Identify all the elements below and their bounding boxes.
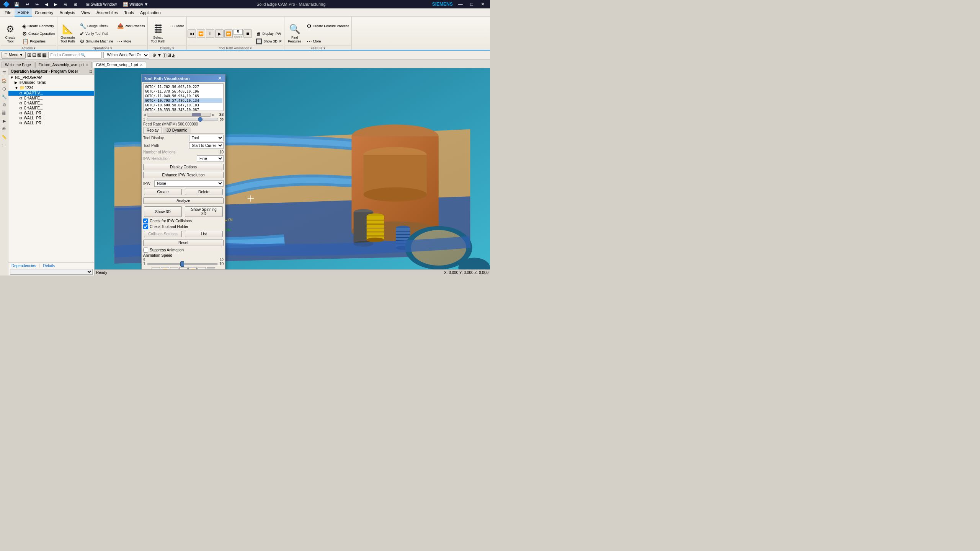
tb-icon-2[interactable]: ⊟ (32, 52, 36, 58)
view-icon-2[interactable]: ⊞ (167, 52, 171, 58)
slider-scroll-left[interactable]: ◀ (143, 113, 146, 117)
tab-fixture[interactable]: Fixture_Assembly_asm.prt ✕ (35, 62, 92, 68)
sidebar-tool-icon[interactable]: 🔧 (0, 93, 8, 101)
nav-panel-expand[interactable]: □ (90, 69, 92, 73)
details-select[interactable]: Details (10, 269, 93, 275)
play-last-btn[interactable]: ⏭ (198, 267, 206, 269)
window-btn[interactable]: 🪟 Window ▼ (121, 1, 150, 8)
display-ipw-btn[interactable]: 🖥 Display IPW (254, 30, 283, 37)
verify-toolpath-btn[interactable]: ✔ Verify Tool Path (78, 30, 115, 37)
sidebar-sim-icon[interactable]: ▶ (0, 117, 8, 125)
find-command-input[interactable] (48, 52, 102, 59)
play-next-btn[interactable]: ⏩ (188, 267, 197, 269)
tab-replay[interactable]: Replay (143, 127, 162, 133)
tb-icon-3[interactable]: ⊠ (37, 52, 41, 58)
dialog-title-bar[interactable]: Tool Path Visualization ✕ (142, 75, 225, 82)
ipw-resolution-select[interactable]: Fine Medium Coarse (197, 155, 224, 162)
tree-unused-items[interactable]: ▶ ⚙ Unused Items (8, 80, 94, 85)
collision-settings-btn[interactable]: Collision Settings (144, 231, 182, 237)
operations-more-btn[interactable]: ⋯ More (116, 38, 147, 45)
gcode-scrollbar[interactable] (147, 113, 211, 117)
tree-wall3[interactable]: ⚙ WALL_PR... (8, 121, 94, 126)
play-prev-btn[interactable]: ⏪ (161, 267, 169, 269)
speed-slider-track[interactable] (147, 263, 218, 265)
tb-icon-1[interactable]: ⊞ (27, 52, 31, 58)
dialog-close-btn[interactable]: ✕ (217, 76, 223, 81)
tb-icon-4[interactable]: ▦ (42, 52, 47, 58)
display-more-btn[interactable]: ⋯ More (168, 23, 186, 29)
analyze-btn[interactable]: Analyze (143, 197, 224, 204)
dependencies-link[interactable]: Dependencies (10, 263, 38, 268)
tree-wall1[interactable]: ⚙ WALL_PR... (8, 111, 94, 116)
display-options-btn[interactable]: Display Options (143, 164, 224, 170)
gcode-line-4[interactable]: GOTO/-10.793,57.486,10.134 (144, 98, 222, 103)
qat-undo[interactable]: ↩ (24, 1, 31, 8)
close-cam-tab[interactable]: ✕ (140, 63, 143, 67)
sidebar-more-icon[interactable]: ⋯ (0, 141, 8, 149)
menu-file[interactable]: File (2, 8, 15, 16)
tpa-pause-btn[interactable]: ⏸ (206, 29, 214, 38)
sidebar-home-icon[interactable]: 🏠 (0, 77, 8, 85)
slider-scroll-right[interactable]: ▶ (212, 113, 215, 117)
qat-back[interactable]: ◀ (43, 1, 49, 8)
create-tool-btn[interactable]: ⚙ CreateTool (1, 23, 20, 45)
properties-btn[interactable]: 📋 Properties (21, 38, 56, 45)
gouge-check-btn[interactable]: 🔧 Gouge Check (78, 23, 115, 29)
menu-geometry[interactable]: Geometry (32, 8, 56, 16)
list-btn[interactable]: List (185, 231, 223, 237)
minimize-btn[interactable]: — (456, 1, 465, 8)
3d-viewport[interactable]: YM ZM XM Tool Path Visualization ✕ (95, 68, 490, 269)
menu-analysis[interactable]: Analysis (56, 8, 78, 16)
play-first-btn[interactable]: ⏮ (152, 267, 160, 269)
menu-home[interactable]: Home (15, 8, 32, 16)
qat-more[interactable]: ⊞ (72, 1, 78, 8)
view-icon-1[interactable]: ◫ (162, 52, 167, 58)
tpa-rewind-btn[interactable]: ⏮ (188, 29, 196, 38)
qat-forward[interactable]: ▶ (52, 1, 59, 8)
tab-3d-dynamic[interactable]: 3D Dynamic (163, 127, 190, 133)
post-process-btn[interactable]: 📤 Post Process (116, 23, 147, 29)
play-back-btn[interactable]: ◀ (170, 267, 178, 269)
tree-1234[interactable]: ▼ 📁 1234 (8, 85, 94, 91)
close-btn[interactable]: ✕ (479, 1, 487, 8)
within-select[interactable]: Within Work Part Or (103, 52, 149, 59)
tpa-stop-btn[interactable]: ⏹ (243, 29, 252, 38)
menu-toggle-btn[interactable]: ☰ Menu ▼ (2, 52, 26, 59)
tpa-play-btn[interactable]: ▶ (215, 29, 224, 38)
toolpath-viz-dialog[interactable]: Tool Path Visualization ✕ GOTO/-11.762,5… (141, 74, 225, 269)
sidebar-parts-icon[interactable]: ⬡ (0, 85, 8, 93)
sidebar-path-icon[interactable]: 🛤 (0, 109, 8, 117)
menu-assemblies[interactable]: Assemblies (93, 8, 121, 16)
tree-nc-program[interactable]: ▼ NC_PROGRAM (8, 75, 94, 80)
menu-view[interactable]: View (78, 8, 93, 16)
qat-redo[interactable]: ↪ (34, 1, 40, 8)
simulate-machine-btn[interactable]: ⚙ Simulate Machine (78, 38, 115, 45)
filter-icon[interactable]: ▼ (157, 52, 162, 58)
create-geometry-btn[interactable]: ◈ Create Geometry (21, 23, 56, 29)
show-spinning-3d-btn[interactable]: Show Spinning 3D (185, 206, 223, 217)
gcode-line-1[interactable]: GOTO/-11.762,56.003,10.227 (144, 85, 222, 89)
find-features-btn[interactable]: 🔍 FindFeatures (285, 23, 304, 45)
tool-display-select[interactable]: Tool Holder Both (189, 135, 224, 141)
tree-chamfe3[interactable]: ⚙ CHAMFE... (8, 106, 94, 111)
sidebar-view-icon[interactable]: 👁 (0, 125, 8, 133)
show-3d-ipw-btn[interactable]: 🔲 Show 3D IP (254, 38, 283, 45)
tpa-speed-value[interactable]: 5 (234, 29, 243, 35)
qat-save[interactable]: 💾 (13, 1, 21, 8)
gcode-line-2[interactable]: GOTO/-11.370,56.460,10.196 (144, 89, 222, 94)
view-icon-3[interactable]: ◭ (172, 52, 175, 58)
tpa-back-btn[interactable]: ⏪ (197, 29, 205, 38)
tab-cam-demo[interactable]: CAM_Demo_setup_1.prt ✕ (93, 62, 146, 68)
select-toolpath-btn[interactable]: 🛤 SelectTool Path (149, 23, 168, 45)
tpa-ff-btn[interactable]: ⏩ (224, 29, 233, 38)
create-operation-btn[interactable]: ⚙ Create Operation (21, 30, 56, 37)
gcode-list[interactable]: GOTO/-11.762,56.003,10.227 GOTO/-11.370,… (143, 83, 224, 111)
gcode-line-5[interactable]: GOTO/-10.608,58.047,10.103 (144, 103, 222, 108)
tree-adaptive[interactable]: ⚙ ADAPTIV... (8, 91, 94, 96)
ipw-select[interactable]: None Show (154, 180, 224, 187)
delete-btn[interactable]: Delete (185, 189, 223, 195)
reset-btn[interactable]: Reset (143, 240, 224, 246)
close-fixture-tab[interactable]: ✕ (85, 63, 88, 67)
sidebar-nav-icon[interactable]: ☰ (0, 69, 8, 77)
show-3d-btn[interactable]: Show 3D (144, 206, 182, 217)
